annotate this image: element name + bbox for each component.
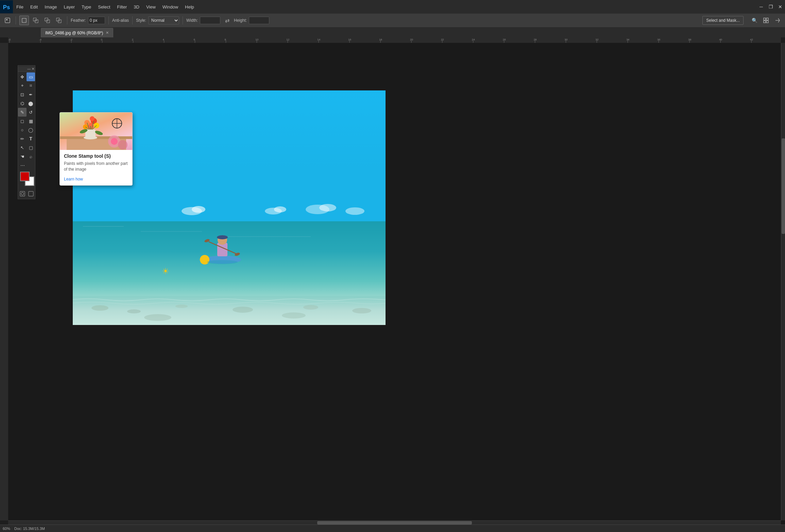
intersect-selection-btn[interactable] xyxy=(54,16,64,25)
magic-wand-tool-btn[interactable]: ⌗ xyxy=(27,81,35,90)
tool-presets xyxy=(3,16,12,25)
svg-point-28 xyxy=(345,207,364,215)
svg-rect-3 xyxy=(6,19,7,20)
close-button[interactable]: ✕ xyxy=(775,2,785,12)
tooltip-description: Paints with pixels from another part of … xyxy=(64,161,128,172)
menu-file[interactable]: File xyxy=(13,0,27,14)
svg-text:+: + xyxy=(36,19,37,22)
svg-rect-16 xyxy=(766,21,768,23)
vertical-scrollbar[interactable] xyxy=(781,43,785,520)
document-tab-name: IMG_0486.jpg @ 60% (RGB/8*) xyxy=(45,31,103,35)
gradient-tool-btn[interactable]: ▦ xyxy=(27,117,35,125)
tools-panel: — ✕ ✥ ▭ ⌖ ⌗ ⊡ ✒ ⌬ ⬤ ✎ ↺ ◻ ▦ ○ ◯ ✏ T ↖ ▢ … xyxy=(18,65,35,199)
window-controls: ─ ❐ ✕ xyxy=(756,2,785,12)
menu-image[interactable]: Image xyxy=(41,0,60,14)
menu-view[interactable]: View xyxy=(143,0,159,14)
arrange-documents-btn[interactable] xyxy=(761,16,771,25)
shape-tool-btn[interactable]: ▢ xyxy=(27,143,35,152)
brush-tool-btn[interactable]: ⬤ xyxy=(27,99,35,108)
tool-row-3: ⊡ ✒ xyxy=(18,90,35,99)
marquee-tool-btn[interactable]: ▭ xyxy=(27,72,35,81)
eyedropper-tool-btn[interactable]: ✒ xyxy=(27,90,35,99)
feather-input[interactable] xyxy=(88,17,105,24)
width-input[interactable] xyxy=(200,17,220,24)
scrollbar-h-thumb[interactable] xyxy=(317,521,472,525)
search-button[interactable]: 🔍 xyxy=(750,16,759,25)
foreground-color[interactable] xyxy=(20,172,30,181)
zoom-tool-btn[interactable]: ⌕ xyxy=(27,152,35,161)
type-tool-btn[interactable]: T xyxy=(27,134,35,143)
title-bar: Ps File Edit Image Layer Type Select Fil… xyxy=(0,0,785,14)
blur-tool-btn[interactable]: ○ xyxy=(18,125,27,134)
crop-tool-btn[interactable]: ⊡ xyxy=(18,90,27,99)
dodge-tool-btn[interactable]: ◯ xyxy=(27,125,35,134)
document-tab[interactable]: IMG_0486.jpg @ 60% (RGB/8*) ✕ xyxy=(41,28,113,37)
share-btn[interactable] xyxy=(773,16,782,25)
svg-point-37 xyxy=(233,307,253,313)
svg-point-35 xyxy=(127,309,141,313)
tool-row-8: ✏ T xyxy=(18,134,35,143)
svg-text:☀: ☀ xyxy=(162,267,169,276)
more-tools-btn[interactable]: ⋯ xyxy=(18,161,27,170)
path-select-tool-btn[interactable]: ↖ xyxy=(18,143,27,152)
swap-dimensions-btn[interactable]: ⇄ xyxy=(222,16,232,25)
select-and-mask-button[interactable]: Select and Mask... xyxy=(702,16,744,25)
tool-row-5: ✎ ↺ xyxy=(18,108,35,117)
svg-rect-15 xyxy=(764,21,766,23)
rect-marquee-btn[interactable] xyxy=(19,16,29,25)
history-brush-tool-btn[interactable]: ↺ xyxy=(27,108,35,117)
tool-row-1: ✥ ▭ xyxy=(18,72,35,81)
tool-row-9: ↖ ▢ xyxy=(18,143,35,152)
menu-window[interactable]: Window xyxy=(159,0,182,14)
quick-mask-btn[interactable] xyxy=(18,189,27,198)
options-bar: + - Feather: Anti-alias Style: Normal Fi… xyxy=(0,14,785,27)
tools-panel-close[interactable]: — ✕ xyxy=(27,67,34,71)
width-label: Width: xyxy=(186,18,198,23)
quick-mask-row xyxy=(18,189,35,198)
menu-select[interactable]: Select xyxy=(95,0,114,14)
menu-layer[interactable]: Layer xyxy=(61,0,79,14)
svg-rect-14 xyxy=(766,18,768,20)
vertical-ruler xyxy=(0,43,8,520)
style-label: Style: xyxy=(136,18,146,23)
menu-help[interactable]: Help xyxy=(182,0,198,14)
svg-point-27 xyxy=(319,204,336,211)
svg-text:Ps: Ps xyxy=(3,4,10,11)
menu-3d[interactable]: 3D xyxy=(130,0,143,14)
move-tool-btn[interactable]: ✥ xyxy=(18,72,27,81)
svg-rect-13 xyxy=(764,18,766,20)
height-input[interactable] xyxy=(249,17,269,24)
hand-tool-btn[interactable]: ☚ xyxy=(18,152,27,161)
scrollbar-v-thumb[interactable] xyxy=(782,138,785,234)
minimize-button[interactable]: ─ xyxy=(756,2,766,12)
menu-edit[interactable]: Edit xyxy=(27,0,41,14)
spot-healing-tool-btn[interactable]: ⌬ xyxy=(18,99,27,108)
pen-tool-btn[interactable]: ✏ xyxy=(18,134,27,143)
separator-5 xyxy=(183,16,183,24)
screen-mode-btn[interactable] xyxy=(27,189,35,198)
status-bar: 60% Doc: 15.3M/15.3M xyxy=(0,525,785,532)
tool-preset-btn[interactable] xyxy=(3,16,12,25)
svg-point-38 xyxy=(303,305,318,310)
tool-row-10: ☚ ⌕ xyxy=(18,152,35,161)
svg-point-70 xyxy=(95,130,103,136)
menu-filter[interactable]: Filter xyxy=(114,0,130,14)
subtract-selection-btn[interactable]: - xyxy=(42,16,52,25)
document-tab-close[interactable]: ✕ xyxy=(106,31,109,35)
height-label: Height: xyxy=(234,18,247,23)
eraser-tool-btn[interactable]: ◻ xyxy=(18,117,27,125)
lasso-tool-btn[interactable]: ⌖ xyxy=(18,81,27,90)
style-select[interactable]: Normal Fixed Ratio Fixed Size xyxy=(148,16,179,24)
svg-rect-20 xyxy=(29,191,33,196)
svg-point-23 xyxy=(192,206,205,213)
svg-point-63 xyxy=(90,116,95,121)
learn-how-link[interactable]: Learn how xyxy=(64,177,83,182)
horizontal-scrollbar[interactable] xyxy=(8,520,781,525)
clone-stamp-tool-btn[interactable]: ✎ xyxy=(18,108,27,117)
tool-tooltip-image xyxy=(60,113,133,150)
restore-button[interactable]: ❐ xyxy=(766,2,775,12)
horizontal-ruler xyxy=(8,37,781,43)
menu-type[interactable]: Type xyxy=(78,0,95,14)
add-selection-btn[interactable]: + xyxy=(31,16,40,25)
svg-point-36 xyxy=(175,305,188,308)
